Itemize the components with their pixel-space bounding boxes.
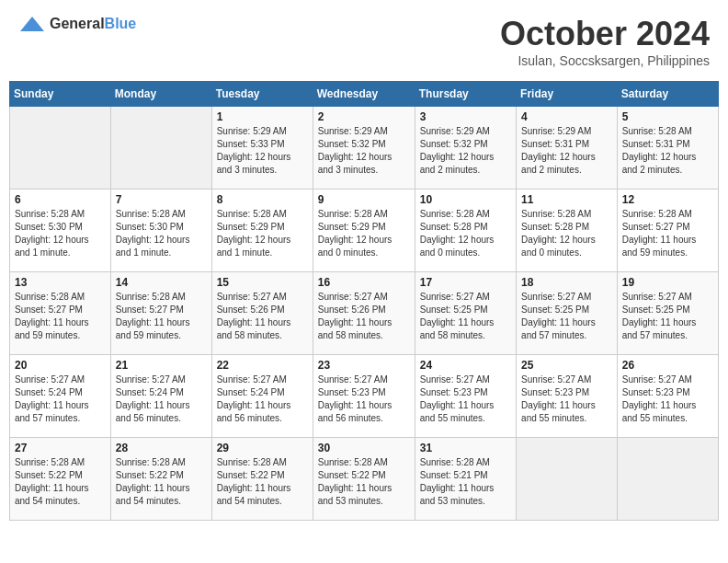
day-cell: 14Sunrise: 5:28 AMSunset: 5:27 PMDayligh… bbox=[110, 272, 211, 355]
header-thursday: Thursday bbox=[415, 82, 516, 107]
day-cell: 21Sunrise: 5:27 AMSunset: 5:24 PMDayligh… bbox=[110, 355, 211, 438]
day-cell: 15Sunrise: 5:27 AMSunset: 5:26 PMDayligh… bbox=[211, 272, 313, 355]
day-info: Sunrise: 5:29 AMSunset: 5:32 PMDaylight:… bbox=[318, 125, 410, 177]
day-number: 12 bbox=[622, 193, 713, 206]
day-info: Sunrise: 5:28 AMSunset: 5:22 PMDaylight:… bbox=[318, 456, 410, 508]
day-cell: 22Sunrise: 5:27 AMSunset: 5:24 PMDayligh… bbox=[211, 355, 313, 438]
day-cell: 18Sunrise: 5:27 AMSunset: 5:25 PMDayligh… bbox=[517, 272, 618, 355]
day-cell: 8Sunrise: 5:28 AMSunset: 5:29 PMDaylight… bbox=[211, 190, 313, 272]
logo-blue: Blue bbox=[105, 16, 137, 31]
day-cell: 7Sunrise: 5:28 AMSunset: 5:30 PMDaylight… bbox=[110, 190, 211, 272]
location: Isulan, Soccsksargen, Philippines bbox=[500, 53, 710, 68]
week-row-4: 20Sunrise: 5:27 AMSunset: 5:24 PMDayligh… bbox=[10, 355, 719, 438]
day-info: Sunrise: 5:27 AMSunset: 5:25 PMDaylight:… bbox=[521, 291, 612, 342]
day-number: 17 bbox=[420, 276, 511, 289]
day-info: Sunrise: 5:29 AMSunset: 5:31 PMDaylight:… bbox=[521, 125, 612, 177]
day-cell: 17Sunrise: 5:27 AMSunset: 5:25 PMDayligh… bbox=[415, 272, 516, 355]
day-cell: 9Sunrise: 5:28 AMSunset: 5:29 PMDaylight… bbox=[313, 190, 415, 272]
day-number: 3 bbox=[420, 110, 511, 123]
day-number: 31 bbox=[420, 442, 511, 454]
month-title: October 2024 bbox=[500, 15, 710, 53]
day-cell: 23Sunrise: 5:27 AMSunset: 5:23 PMDayligh… bbox=[313, 355, 415, 438]
day-cell: 26Sunrise: 5:27 AMSunset: 5:23 PMDayligh… bbox=[617, 355, 718, 438]
day-cell: 1Sunrise: 5:29 AMSunset: 5:33 PMDaylight… bbox=[211, 107, 313, 190]
day-number: 4 bbox=[521, 110, 612, 123]
day-info: Sunrise: 5:27 AMSunset: 5:23 PMDaylight:… bbox=[318, 373, 410, 425]
day-cell: 11Sunrise: 5:28 AMSunset: 5:28 PMDayligh… bbox=[517, 190, 618, 272]
logo-icon bbox=[18, 15, 46, 33]
day-cell: 28Sunrise: 5:28 AMSunset: 5:22 PMDayligh… bbox=[110, 438, 211, 521]
day-cell: 6Sunrise: 5:28 AMSunset: 5:30 PMDaylight… bbox=[10, 190, 111, 272]
logo: GeneralBlue bbox=[18, 15, 136, 33]
day-info: Sunrise: 5:28 AMSunset: 5:28 PMDaylight:… bbox=[420, 208, 511, 259]
day-number: 18 bbox=[521, 276, 612, 289]
logo-general: General bbox=[50, 16, 105, 31]
day-cell bbox=[10, 107, 111, 190]
day-number: 21 bbox=[116, 359, 207, 372]
header-sunday: Sunday bbox=[10, 82, 111, 107]
day-number: 10 bbox=[420, 193, 511, 206]
day-info: Sunrise: 5:27 AMSunset: 5:24 PMDaylight:… bbox=[116, 373, 207, 425]
header-friday: Friday bbox=[517, 82, 618, 107]
day-info: Sunrise: 5:27 AMSunset: 5:23 PMDaylight:… bbox=[521, 373, 612, 425]
day-number: 28 bbox=[116, 442, 207, 454]
day-info: Sunrise: 5:29 AMSunset: 5:33 PMDaylight:… bbox=[217, 125, 308, 177]
day-info: Sunrise: 5:27 AMSunset: 5:23 PMDaylight:… bbox=[622, 373, 713, 425]
day-cell: 27Sunrise: 5:28 AMSunset: 5:22 PMDayligh… bbox=[10, 438, 111, 521]
day-cell: 12Sunrise: 5:28 AMSunset: 5:27 PMDayligh… bbox=[617, 190, 718, 272]
day-info: Sunrise: 5:28 AMSunset: 5:21 PMDaylight:… bbox=[420, 456, 511, 508]
title-block: October 2024 Isulan, Soccsksargen, Phili… bbox=[500, 15, 710, 68]
day-number: 15 bbox=[217, 276, 308, 289]
day-number: 30 bbox=[318, 442, 410, 454]
day-number: 8 bbox=[217, 193, 308, 206]
day-number: 27 bbox=[15, 442, 106, 454]
day-number: 1 bbox=[217, 110, 308, 123]
day-number: 24 bbox=[420, 359, 511, 372]
day-number: 20 bbox=[15, 359, 106, 372]
day-info: Sunrise: 5:28 AMSunset: 5:30 PMDaylight:… bbox=[15, 208, 106, 259]
day-cell: 3Sunrise: 5:29 AMSunset: 5:32 PMDaylight… bbox=[415, 107, 516, 190]
day-info: Sunrise: 5:28 AMSunset: 5:29 PMDaylight:… bbox=[217, 208, 308, 259]
day-info: Sunrise: 5:28 AMSunset: 5:22 PMDaylight:… bbox=[15, 456, 106, 508]
day-info: Sunrise: 5:28 AMSunset: 5:27 PMDaylight:… bbox=[622, 208, 713, 259]
day-number: 14 bbox=[116, 276, 207, 289]
day-cell: 4Sunrise: 5:29 AMSunset: 5:31 PMDaylight… bbox=[517, 107, 618, 190]
day-number: 6 bbox=[15, 193, 106, 206]
day-info: Sunrise: 5:28 AMSunset: 5:27 PMDaylight:… bbox=[116, 291, 207, 342]
day-cell: 31Sunrise: 5:28 AMSunset: 5:21 PMDayligh… bbox=[415, 438, 516, 521]
day-cell: 25Sunrise: 5:27 AMSunset: 5:23 PMDayligh… bbox=[517, 355, 618, 438]
week-row-1: 1Sunrise: 5:29 AMSunset: 5:33 PMDaylight… bbox=[10, 107, 719, 190]
day-number: 26 bbox=[622, 359, 713, 372]
day-info: Sunrise: 5:28 AMSunset: 5:29 PMDaylight:… bbox=[318, 208, 410, 259]
day-info: Sunrise: 5:27 AMSunset: 5:24 PMDaylight:… bbox=[15, 373, 106, 425]
header-monday: Monday bbox=[110, 82, 211, 107]
day-number: 7 bbox=[116, 193, 207, 206]
day-cell bbox=[110, 107, 211, 190]
day-cell bbox=[517, 438, 618, 521]
day-number: 29 bbox=[217, 442, 308, 454]
day-info: Sunrise: 5:28 AMSunset: 5:31 PMDaylight:… bbox=[622, 125, 713, 177]
day-number: 25 bbox=[521, 359, 612, 372]
day-cell: 2Sunrise: 5:29 AMSunset: 5:32 PMDaylight… bbox=[313, 107, 415, 190]
day-info: Sunrise: 5:27 AMSunset: 5:25 PMDaylight:… bbox=[622, 291, 713, 342]
week-row-5: 27Sunrise: 5:28 AMSunset: 5:22 PMDayligh… bbox=[10, 438, 719, 521]
day-cell: 16Sunrise: 5:27 AMSunset: 5:26 PMDayligh… bbox=[313, 272, 415, 355]
day-cell: 24Sunrise: 5:27 AMSunset: 5:23 PMDayligh… bbox=[415, 355, 516, 438]
day-number: 16 bbox=[318, 276, 410, 289]
day-info: Sunrise: 5:27 AMSunset: 5:25 PMDaylight:… bbox=[420, 291, 511, 342]
day-number: 23 bbox=[318, 359, 410, 372]
day-info: Sunrise: 5:28 AMSunset: 5:30 PMDaylight:… bbox=[116, 208, 207, 259]
week-row-2: 6Sunrise: 5:28 AMSunset: 5:30 PMDaylight… bbox=[10, 190, 719, 272]
day-cell: 30Sunrise: 5:28 AMSunset: 5:22 PMDayligh… bbox=[313, 438, 415, 521]
day-number: 22 bbox=[217, 359, 308, 372]
day-cell: 10Sunrise: 5:28 AMSunset: 5:28 PMDayligh… bbox=[415, 190, 516, 272]
day-number: 2 bbox=[318, 110, 410, 123]
day-info: Sunrise: 5:27 AMSunset: 5:26 PMDaylight:… bbox=[217, 291, 308, 342]
day-number: 13 bbox=[15, 276, 106, 289]
calendar-table: Sunday Monday Tuesday Wednesday Thursday… bbox=[9, 81, 719, 521]
day-number: 5 bbox=[622, 110, 713, 123]
week-row-3: 13Sunrise: 5:28 AMSunset: 5:27 PMDayligh… bbox=[10, 272, 719, 355]
day-cell: 29Sunrise: 5:28 AMSunset: 5:22 PMDayligh… bbox=[211, 438, 313, 521]
header-saturday: Saturday bbox=[617, 82, 718, 107]
day-number: 19 bbox=[622, 276, 713, 289]
